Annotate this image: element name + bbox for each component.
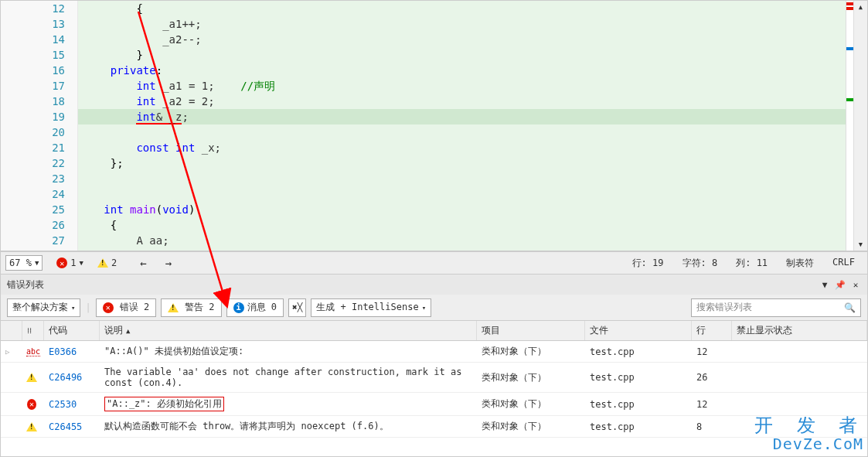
- editor-status-bar: 67 % ▼ ✕ 1 ▼ 2 ← → 行: 19 字符: 8 列: 11 制表符…: [1, 251, 867, 275]
- pin-icon[interactable]: 📌: [835, 279, 846, 290]
- warning-icon: [26, 422, 37, 431]
- line-number: 22: [1, 155, 77, 171]
- warning-icon: [97, 258, 108, 268]
- code-line[interactable]: int _a2 = 2;: [78, 94, 846, 109]
- code-line[interactable]: {: [78, 1, 846, 16]
- line-number: 13: [1, 16, 77, 32]
- info-icon: i: [233, 302, 244, 313]
- error-list-panel: 错误列表 ▼ 📌 ✕ 整个解决方案 ▾ | ✕ 错误 2 警告 2: [1, 275, 867, 456]
- file-cell: test.cpp: [585, 395, 692, 414]
- scope-combo[interactable]: 整个解决方案 ▾: [7, 298, 80, 317]
- warning-icon: [26, 373, 37, 382]
- code-line[interactable]: {: [78, 217, 846, 233]
- table-row[interactable]: C26455默认构造函数可能不会 throw。请将其声明为 noexcept (…: [1, 416, 867, 438]
- chevron-down-icon: ▾: [422, 304, 426, 312]
- code-area[interactable]: { _a1++; _a2--; } private: int _a1 = 1; …: [78, 1, 846, 251]
- panel-title-bar: 错误列表 ▼ 📌 ✕: [1, 275, 867, 295]
- zoom-combo[interactable]: 67 % ▼: [5, 255, 43, 271]
- col-line[interactable]: 行: [692, 321, 732, 340]
- panel-title: 错误列表: [7, 278, 44, 292]
- code-line[interactable]: };: [78, 155, 846, 171]
- search-icon: 🔍: [844, 302, 856, 313]
- nav-back-icon[interactable]: ←: [140, 257, 146, 269]
- error-code[interactable]: C2530: [44, 395, 100, 414]
- suppress-cell: [732, 423, 867, 431]
- project-cell: 类和对象（下）: [477, 394, 585, 414]
- table-row[interactable]: ✕C2530"A::_z": 必须初始化引用类和对象（下）test.cpp12: [1, 393, 867, 416]
- line-number: 24: [1, 186, 77, 202]
- chevron-down-icon: ▼: [80, 259, 83, 267]
- scroll-down-icon[interactable]: ▾: [858, 238, 864, 251]
- col-icon[interactable]: ⁞⁞: [22, 321, 44, 340]
- col-expand[interactable]: [1, 321, 22, 340]
- line-number-gutter: 12131415161718192021222324252627: [1, 1, 78, 251]
- error-list-toolbar: 整个解决方案 ▾ | ✕ 错误 2 警告 2 i 消息 0 ✖╳ 生成 + In…: [1, 295, 867, 321]
- col-suppress[interactable]: 禁止显示状态: [732, 321, 867, 340]
- line-number: 16: [1, 63, 77, 78]
- line-cell: 12: [692, 343, 732, 361]
- code-line[interactable]: const int _x;: [78, 140, 846, 155]
- vertical-scrollbar[interactable]: ▴ ▾: [853, 1, 867, 251]
- line-number: 25: [1, 202, 77, 217]
- file-cell: test.cpp: [585, 418, 692, 436]
- line-number: 17: [1, 78, 77, 94]
- code-line[interactable]: [78, 124, 846, 140]
- code-line[interactable]: _a1++;: [78, 16, 846, 32]
- error-code[interactable]: C26496: [44, 368, 100, 387]
- error-code[interactable]: C26455: [44, 418, 100, 436]
- line-cell: 12: [692, 395, 732, 414]
- expand-cell[interactable]: [1, 401, 22, 408]
- scroll-up-icon[interactable]: ▴: [858, 1, 864, 13]
- code-editor: 12131415161718192021222324252627 { _a1++…: [1, 1, 867, 251]
- table-row[interactable]: C26496The variable 'aa' does not change …: [1, 363, 867, 393]
- expand-cell[interactable]: ▷: [1, 344, 22, 360]
- col-description[interactable]: 说明 ▲: [100, 321, 477, 340]
- col-project[interactable]: 项目: [477, 321, 585, 340]
- line-number: 26: [1, 217, 77, 233]
- indent-mode: 制表符: [786, 257, 814, 270]
- line-number: 12: [1, 1, 77, 16]
- error-code[interactable]: E0366: [44, 343, 100, 361]
- caret-line: 行: 19: [632, 257, 664, 270]
- build-filter-combo[interactable]: 生成 + IntelliSense ▾: [311, 298, 431, 317]
- code-line[interactable]: }: [78, 47, 846, 63]
- col-code[interactable]: 代码: [44, 321, 100, 340]
- line-number: 27: [1, 233, 77, 248]
- line-ending: CRLF: [832, 257, 855, 270]
- caret-char: 字符: 8: [682, 257, 718, 270]
- nav-forward-icon[interactable]: →: [165, 257, 172, 269]
- warnings-filter-button[interactable]: 警告 2: [161, 298, 221, 317]
- code-line[interactable]: private:: [78, 63, 846, 78]
- errors-filter-button[interactable]: ✕ 错误 2: [96, 298, 156, 317]
- error-description: 默认构造函数可能不会 throw。请将其声明为 noexcept (f.6)。: [100, 416, 477, 437]
- col-file[interactable]: 文件: [585, 321, 692, 340]
- overview-ruler[interactable]: [846, 1, 853, 251]
- search-input[interactable]: 搜索错误列表 🔍: [691, 298, 861, 317]
- expand-cell[interactable]: [1, 373, 22, 381]
- error-count[interactable]: ✕ 1 ▼: [56, 257, 83, 268]
- clear-icon: ✖╳: [292, 302, 302, 312]
- error-description: The variable 'aa' does not change after …: [100, 363, 477, 392]
- chevron-down-icon: ▾: [71, 304, 75, 312]
- line-number: 19: [1, 109, 77, 124]
- code-line[interactable]: int _a1 = 1; //声明: [78, 78, 846, 94]
- code-line[interactable]: A aa;: [78, 233, 846, 248]
- code-line[interactable]: [78, 171, 846, 186]
- expand-cell[interactable]: [1, 423, 22, 431]
- code-line[interactable]: [78, 186, 846, 202]
- warning-count[interactable]: 2: [97, 257, 117, 268]
- code-line[interactable]: int& _z;: [78, 109, 846, 124]
- code-line[interactable]: int main(void): [78, 202, 846, 217]
- line-number: 23: [1, 171, 77, 186]
- code-line[interactable]: _a2--;: [78, 32, 846, 47]
- messages-filter-button[interactable]: i 消息 0: [226, 298, 284, 317]
- error-grid: ⁞⁞ 代码 说明 ▲ 项目 文件 行 禁止显示状态 ▷abcE0366"A::A…: [1, 321, 867, 456]
- table-row[interactable]: ▷abcE0366"A::A()" 未提供初始值设定项:类和对象（下）test.…: [1, 341, 867, 363]
- line-number: 14: [1, 32, 77, 47]
- line-number: 15: [1, 47, 77, 63]
- sort-asc-icon: ▲: [126, 327, 130, 335]
- error-icon: ✕: [27, 399, 36, 410]
- clear-filter-button[interactable]: ✖╳: [288, 298, 306, 317]
- dropdown-icon[interactable]: ▼: [819, 279, 830, 290]
- close-icon[interactable]: ✕: [850, 279, 861, 290]
